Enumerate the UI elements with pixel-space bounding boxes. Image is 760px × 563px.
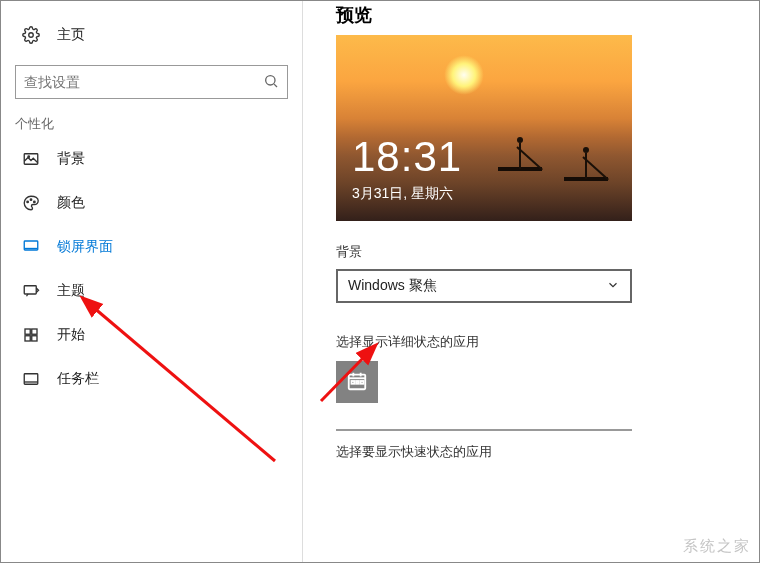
svg-point-6 bbox=[30, 199, 32, 201]
svg-point-0 bbox=[29, 33, 34, 38]
svg-point-4 bbox=[28, 156, 30, 158]
brush-icon bbox=[21, 281, 41, 301]
monitor-icon bbox=[21, 237, 41, 257]
svg-rect-10 bbox=[24, 286, 36, 294]
detail-status-label: 选择显示详细状态的应用 bbox=[336, 333, 760, 351]
background-dropdown[interactable]: Windows 聚焦 bbox=[336, 269, 632, 303]
sidebar: 主页 个性化 背景 颜色 bbox=[1, 1, 303, 562]
sidebar-item-label: 主题 bbox=[57, 282, 85, 300]
chevron-down-icon bbox=[606, 278, 620, 295]
search-icon bbox=[263, 73, 279, 92]
sidebar-item-label: 任务栏 bbox=[57, 370, 99, 388]
page-title: 预览 bbox=[336, 3, 760, 27]
svg-rect-21 bbox=[352, 381, 355, 384]
search-input-container[interactable] bbox=[15, 65, 288, 99]
home-button[interactable]: 主页 bbox=[1, 13, 302, 57]
svg-point-5 bbox=[27, 201, 29, 203]
search-input[interactable] bbox=[24, 74, 263, 90]
detailed-status-app-button[interactable] bbox=[336, 361, 378, 403]
taskbar-icon bbox=[21, 369, 41, 389]
picture-icon bbox=[21, 149, 41, 169]
group-header-personalization: 个性化 bbox=[1, 111, 302, 137]
sidebar-item-label: 开始 bbox=[57, 326, 85, 344]
gear-icon bbox=[21, 25, 41, 45]
section-divider bbox=[336, 429, 632, 431]
svg-point-7 bbox=[34, 201, 36, 203]
sidebar-item-label: 背景 bbox=[57, 150, 85, 168]
sidebar-item-themes[interactable]: 主题 bbox=[1, 269, 302, 313]
sidebar-item-lockscreen[interactable]: 锁屏界面 bbox=[1, 225, 302, 269]
svg-rect-11 bbox=[25, 329, 30, 334]
start-icon bbox=[21, 325, 41, 345]
sidebar-item-label: 颜色 bbox=[57, 194, 85, 212]
sidebar-item-colors[interactable]: 颜色 bbox=[1, 181, 302, 225]
svg-point-1 bbox=[266, 75, 275, 84]
svg-rect-23 bbox=[361, 381, 364, 384]
sidebar-item-start[interactable]: 开始 bbox=[1, 313, 302, 357]
palette-icon bbox=[21, 193, 41, 213]
sidebar-item-label: 锁屏界面 bbox=[57, 238, 113, 256]
svg-rect-22 bbox=[356, 381, 359, 384]
sidebar-item-taskbar[interactable]: 任务栏 bbox=[1, 357, 302, 401]
preview-time: 18:31 bbox=[352, 133, 462, 181]
lockscreen-preview: 18:31 3月31日, 星期六 bbox=[336, 35, 632, 221]
svg-rect-13 bbox=[25, 336, 30, 341]
preview-date: 3月31日, 星期六 bbox=[352, 185, 453, 203]
silhouette-2 bbox=[564, 147, 608, 181]
background-section-label: 背景 bbox=[336, 243, 760, 261]
main-content: 预览 18:31 3月31日, 星期六 背景 Windows 聚焦 选择显示详细… bbox=[336, 1, 760, 562]
dropdown-value: Windows 聚焦 bbox=[348, 277, 437, 295]
sidebar-item-background[interactable]: 背景 bbox=[1, 137, 302, 181]
svg-rect-12 bbox=[32, 329, 37, 334]
svg-rect-14 bbox=[32, 336, 37, 341]
calendar-icon bbox=[346, 370, 368, 395]
quick-status-label: 选择要显示快速状态的应用 bbox=[336, 443, 760, 461]
silhouette-1 bbox=[498, 137, 542, 171]
home-label: 主页 bbox=[57, 26, 85, 44]
svg-line-2 bbox=[274, 84, 277, 87]
watermark: 系统之家 bbox=[683, 537, 751, 556]
sun-graphic bbox=[444, 55, 484, 95]
